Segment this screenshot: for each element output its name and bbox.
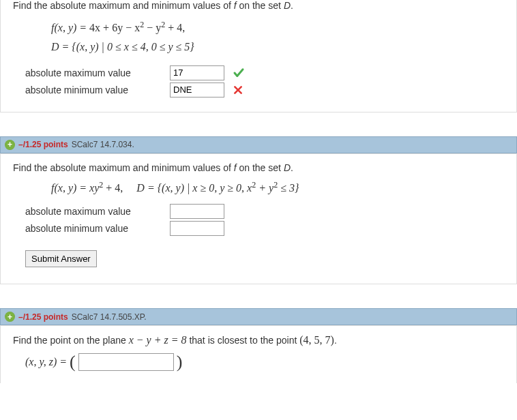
- q2-min-label: absolute minimum value: [25, 223, 162, 234]
- q1-min-row: absolute minimum value: [25, 82, 504, 97]
- q1-func-lhs: f(x, y) =: [51, 22, 89, 33]
- submit-button[interactable]: Submit Answer: [25, 250, 97, 267]
- q1-func-3: + 4,: [165, 22, 185, 33]
- q1-prompt-before: Find the absolute maximum and minimum va…: [13, 0, 234, 11]
- open-paren: (: [70, 353, 76, 371]
- q2-prompt-before: Find the absolute maximum and minimum va…: [13, 162, 234, 173]
- q2-max-row: absolute maximum value: [25, 204, 504, 219]
- q2-prompt-D: D: [284, 162, 291, 173]
- q3-header: + –/1.25 points SCalc7 14.7.505.XP.: [0, 308, 517, 325]
- q2-dom-2: + y: [256, 182, 274, 194]
- q3-points: –/1.25 points: [18, 312, 68, 322]
- q3-prompt-after: .: [334, 335, 337, 346]
- q2-ref: SCalc7 14.7.034.: [72, 140, 134, 149]
- q2-func-lhs: f(x, y) = xy: [51, 182, 99, 194]
- q3-ref: SCalc7 14.7.505.XP.: [72, 312, 147, 322]
- q3-prompt-mid: that is closest to the point: [187, 335, 300, 346]
- q2-min-input[interactable]: [170, 221, 224, 236]
- q1-func-1: 4x + 6y − x: [89, 22, 140, 33]
- check-icon: [233, 67, 245, 79]
- question-2: Find the absolute maximum and minimum va…: [0, 153, 517, 284]
- q2-prompt-mid: on the set: [237, 162, 284, 173]
- q3-answer-lhs: (x, y, z) =: [25, 356, 67, 368]
- q3-prompt: Find the point on the plane x − y + z = …: [13, 334, 504, 346]
- q2-header: + –/1.25 points SCalc7 14.7.034.: [0, 136, 517, 153]
- q2-dom-1: D = {(x, y) | x ≥ 0, y ≥ 0, x: [136, 182, 252, 194]
- q1-max-label: absolute maximum value: [25, 68, 162, 78]
- q3-prompt-before: Find the point on the plane: [13, 335, 129, 346]
- q2-min-row: absolute minimum value: [25, 221, 504, 236]
- expand-icon[interactable]: +: [5, 312, 15, 322]
- q1-prompt: Find the absolute maximum and minimum va…: [13, 0, 504, 11]
- q2-max-input[interactable]: [170, 204, 224, 219]
- q3-answer-input[interactable]: [78, 353, 174, 371]
- q2-prompt-after: .: [291, 162, 293, 173]
- q1-prompt-D: D: [284, 0, 291, 11]
- expand-icon[interactable]: +: [5, 140, 15, 150]
- q2-prompt: Find the absolute maximum and minimum va…: [13, 162, 504, 173]
- q2-dom-3: ≤ 3}: [278, 182, 299, 194]
- q1-max-row: absolute maximum value: [25, 65, 504, 80]
- question-3: Find the point on the plane x − y + z = …: [0, 325, 517, 383]
- q3-plane: x − y + z = 8: [129, 334, 187, 346]
- q2-points: –/1.25 points: [18, 140, 68, 149]
- q1-function: f(x, y) = 4x + 6y − x2 − y2 + 4,: [51, 18, 504, 38]
- q2-max-label: absolute maximum value: [25, 206, 162, 217]
- q2-func-after: + 4,: [103, 182, 123, 194]
- close-paren: ): [177, 353, 183, 371]
- question-1: Find the absolute maximum and minimum va…: [0, 0, 517, 112]
- q1-func-2: − y: [144, 22, 161, 33]
- q1-formula: f(x, y) = 4x + 6y − x2 − y2 + 4, D = {(x…: [51, 18, 504, 56]
- q3-point: (4, 5, 7): [299, 334, 334, 346]
- q1-min-input[interactable]: [170, 82, 224, 97]
- q1-max-input[interactable]: [170, 65, 224, 80]
- q1-domain: D = {(x, y) | 0 ≤ x ≤ 4, 0 ≤ y ≤ 5}: [51, 38, 504, 56]
- q2-formula: f(x, y) = xy2 + 4, D = {(x, y) | x ≥ 0, …: [51, 180, 504, 194]
- q1-prompt-after: .: [291, 0, 293, 11]
- q3-answer-row: (x, y, z) = ( ): [25, 353, 504, 371]
- q1-prompt-mid: on the set: [237, 0, 284, 11]
- x-icon: [233, 85, 243, 95]
- q1-min-label: absolute minimum value: [25, 85, 162, 95]
